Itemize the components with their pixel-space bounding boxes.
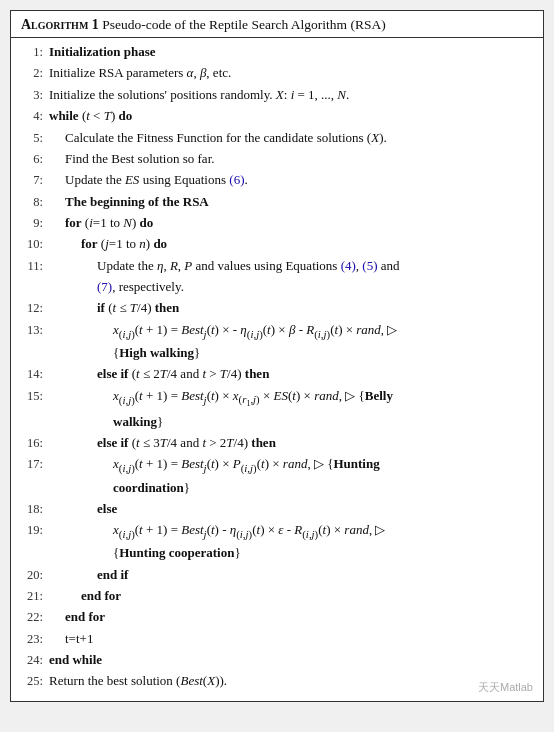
- line-14: 14: else if (t ≤ 2T/4 and t > T/4) then: [21, 364, 533, 384]
- algorithm-body: 1: Initialization phase 2: Initialize RS…: [11, 38, 543, 701]
- line-11: 11: Update the η, R, P and values using …: [21, 256, 533, 276]
- line-3: 3: Initialize the solutions' positions r…: [21, 85, 533, 105]
- line-16: 16: else if (t ≤ 3T/4 and t > 2T/4) then: [21, 433, 533, 453]
- line-19-cont: {Hunting cooperation}: [21, 543, 533, 563]
- line-24: 24: end while: [21, 650, 533, 670]
- line-21: 21: end for: [21, 586, 533, 606]
- line-15-cont: walking}: [21, 412, 533, 432]
- watermark: 天天Matlab: [478, 680, 533, 695]
- line-20: 20: end if: [21, 565, 533, 585]
- eq6-link[interactable]: (6): [229, 172, 244, 187]
- line-17-cont: coordination}: [21, 478, 533, 498]
- line-1: 1: Initialization phase: [21, 42, 533, 62]
- line-13-cont: {High walking}: [21, 343, 533, 363]
- line-12: 12: if (t ≤ T/4) then: [21, 298, 533, 318]
- eq5-link[interactable]: (5): [362, 258, 377, 273]
- line-15: 15: x(i,j)(t + 1) = Bestj(t) × x(r1,j) ×…: [21, 386, 533, 411]
- line-11-cont: (7), respectively.: [21, 277, 533, 297]
- line-17: 17: x(i,j)(t + 1) = Bestj(t) × P(i,j)(t)…: [21, 454, 533, 476]
- line-7: 7: Update the ES using Equations (6).: [21, 170, 533, 190]
- algorithm-label: Algorithm 1: [21, 17, 99, 32]
- line-5: 5: Calculate the Fitness Function for th…: [21, 128, 533, 148]
- line-10: 10: for (j=1 to n) do: [21, 234, 533, 254]
- line-13: 13: x(i,j)(t + 1) = Bestj(t) × - η(i,j)(…: [21, 320, 533, 342]
- line-9: 9: for (i=1 to N) do: [21, 213, 533, 233]
- line-19: 19: x(i,j)(t + 1) = Bestj(t) - η(i,j)(t)…: [21, 520, 533, 542]
- line-18: 18: else: [21, 499, 533, 519]
- line-4: 4: while (t < T) do: [21, 106, 533, 126]
- line-8: 8: The beginning of the RSA: [21, 192, 533, 212]
- line-23: 23: t=t+1: [21, 629, 533, 649]
- line-2: 2: Initialize RSA parameters α, β, etc.: [21, 63, 533, 83]
- line-25: 25: Return the best solution (Best(X)).: [21, 671, 533, 691]
- algorithm-description: Pseudo-code of the Reptile Search Algori…: [102, 17, 385, 32]
- line-22: 22: end for: [21, 607, 533, 627]
- algorithm-box: Algorithm 1 Pseudo-code of the Reptile S…: [10, 10, 544, 702]
- algorithm-header: Algorithm 1 Pseudo-code of the Reptile S…: [11, 11, 543, 38]
- eq7-link[interactable]: (7): [97, 279, 112, 294]
- line-6: 6: Find the Best solution so far.: [21, 149, 533, 169]
- eq4-link[interactable]: (4): [341, 258, 356, 273]
